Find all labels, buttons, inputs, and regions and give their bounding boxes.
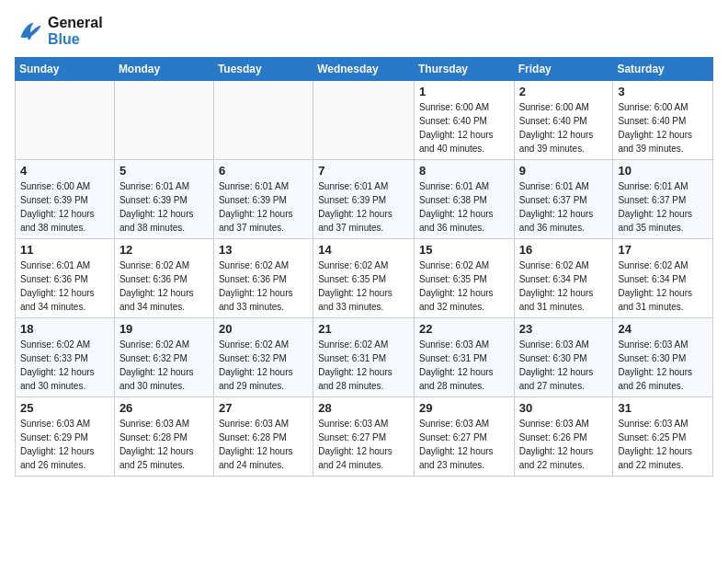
calendar-day-cell: 23Sunrise: 6:03 AM Sunset: 6:30 PM Dayli… — [514, 318, 613, 397]
day-number: 19 — [119, 322, 209, 336]
calendar-day-cell: 25Sunrise: 6:03 AM Sunset: 6:29 PM Dayli… — [16, 397, 115, 477]
calendar-day-cell — [313, 81, 415, 160]
calendar-day-cell: 2Sunrise: 6:00 AM Sunset: 6:40 PM Daylig… — [514, 81, 613, 160]
day-number: 11 — [20, 243, 109, 257]
day-info: Sunrise: 6:01 AM Sunset: 6:37 PM Dayligh… — [519, 179, 609, 235]
day-info: Sunrise: 6:03 AM Sunset: 6:30 PM Dayligh… — [618, 338, 708, 393]
day-info: Sunrise: 6:00 AM Sunset: 6:39 PM Dayligh… — [20, 179, 109, 235]
day-info: Sunrise: 6:02 AM Sunset: 6:35 PM Dayligh… — [419, 259, 509, 314]
day-info: Sunrise: 6:01 AM Sunset: 6:37 PM Dayligh… — [618, 179, 708, 235]
day-info: Sunrise: 6:01 AM Sunset: 6:38 PM Dayligh… — [419, 179, 509, 235]
calendar-day-cell — [114, 81, 213, 160]
day-info: Sunrise: 6:03 AM Sunset: 6:30 PM Dayligh… — [519, 338, 609, 393]
calendar-body: 1Sunrise: 6:00 AM Sunset: 6:40 PM Daylig… — [16, 81, 713, 477]
calendar-day-cell: 19Sunrise: 6:02 AM Sunset: 6:32 PM Dayli… — [114, 318, 213, 397]
calendar-day-cell: 3Sunrise: 6:00 AM Sunset: 6:40 PM Daylig… — [613, 81, 713, 160]
day-info: Sunrise: 6:00 AM Sunset: 6:40 PM Dayligh… — [519, 100, 609, 155]
calendar-week-row: 1Sunrise: 6:00 AM Sunset: 6:40 PM Daylig… — [16, 81, 713, 160]
day-number: 3 — [618, 85, 708, 98]
weekday-header-cell: Thursday — [414, 58, 514, 81]
calendar-day-cell: 4Sunrise: 6:00 AM Sunset: 6:39 PM Daylig… — [16, 160, 115, 239]
day-number: 31 — [618, 401, 708, 415]
day-number: 17 — [618, 243, 708, 257]
day-info: Sunrise: 6:02 AM Sunset: 6:32 PM Dayligh… — [219, 338, 308, 393]
calendar-day-cell: 11Sunrise: 6:01 AM Sunset: 6:36 PM Dayli… — [16, 239, 115, 318]
day-number: 8 — [419, 164, 509, 178]
weekday-header-cell: Monday — [114, 58, 213, 81]
logo-icon — [15, 17, 44, 46]
calendar-day-cell: 5Sunrise: 6:01 AM Sunset: 6:39 PM Daylig… — [114, 160, 213, 239]
day-number: 6 — [219, 164, 308, 178]
day-info: Sunrise: 6:03 AM Sunset: 6:28 PM Dayligh… — [119, 417, 209, 472]
day-number: 5 — [119, 164, 209, 178]
day-number: 20 — [219, 322, 308, 336]
day-number: 4 — [20, 164, 109, 178]
calendar-day-cell: 13Sunrise: 6:02 AM Sunset: 6:36 PM Dayli… — [213, 239, 313, 318]
calendar-day-cell: 15Sunrise: 6:02 AM Sunset: 6:35 PM Dayli… — [414, 239, 514, 318]
day-number: 16 — [519, 243, 609, 257]
day-info: Sunrise: 6:02 AM Sunset: 6:32 PM Dayligh… — [119, 338, 209, 393]
calendar-day-cell: 9Sunrise: 6:01 AM Sunset: 6:37 PM Daylig… — [514, 160, 613, 239]
weekday-header-cell: Wednesday — [313, 58, 415, 81]
day-info: Sunrise: 6:02 AM Sunset: 6:36 PM Dayligh… — [119, 259, 209, 314]
day-info: Sunrise: 6:03 AM Sunset: 6:27 PM Dayligh… — [318, 417, 409, 472]
day-number: 14 — [318, 243, 409, 257]
day-info: Sunrise: 6:02 AM Sunset: 6:31 PM Dayligh… — [318, 338, 409, 393]
calendar-day-cell: 22Sunrise: 6:03 AM Sunset: 6:31 PM Dayli… — [414, 318, 514, 397]
weekday-header-cell: Friday — [514, 58, 613, 81]
day-number: 15 — [419, 243, 509, 257]
day-number: 27 — [219, 401, 308, 415]
day-info: Sunrise: 6:03 AM Sunset: 6:28 PM Dayligh… — [219, 417, 308, 472]
calendar-day-cell — [213, 81, 313, 160]
day-number: 1 — [419, 85, 509, 98]
calendar-day-cell: 12Sunrise: 6:02 AM Sunset: 6:36 PM Dayli… — [114, 239, 213, 318]
day-info: Sunrise: 6:03 AM Sunset: 6:26 PM Dayligh… — [519, 417, 609, 472]
day-info: Sunrise: 6:01 AM Sunset: 6:39 PM Dayligh… — [219, 179, 308, 235]
calendar-day-cell: 21Sunrise: 6:02 AM Sunset: 6:31 PM Dayli… — [313, 318, 415, 397]
day-info: Sunrise: 6:02 AM Sunset: 6:33 PM Dayligh… — [20, 338, 109, 393]
day-number: 28 — [318, 401, 409, 415]
weekday-header-cell: Sunday — [16, 58, 115, 81]
weekday-header-row: SundayMondayTuesdayWednesdayThursdayFrid… — [16, 58, 713, 81]
day-number: 13 — [219, 243, 308, 257]
day-number: 10 — [618, 164, 708, 178]
calendar-day-cell: 30Sunrise: 6:03 AM Sunset: 6:26 PM Dayli… — [514, 397, 613, 477]
day-number: 25 — [20, 401, 109, 415]
day-number: 12 — [119, 243, 209, 257]
calendar-day-cell: 1Sunrise: 6:00 AM Sunset: 6:40 PM Daylig… — [414, 81, 514, 160]
day-info: Sunrise: 6:03 AM Sunset: 6:29 PM Dayligh… — [20, 417, 109, 472]
day-info: Sunrise: 6:03 AM Sunset: 6:27 PM Dayligh… — [419, 417, 509, 472]
calendar-day-cell: 8Sunrise: 6:01 AM Sunset: 6:38 PM Daylig… — [414, 160, 514, 239]
weekday-header-cell: Saturday — [613, 58, 713, 81]
day-number: 30 — [519, 401, 609, 415]
day-info: Sunrise: 6:00 AM Sunset: 6:40 PM Dayligh… — [419, 100, 509, 155]
calendar-day-cell: 16Sunrise: 6:02 AM Sunset: 6:34 PM Dayli… — [514, 239, 613, 318]
calendar-day-cell: 31Sunrise: 6:03 AM Sunset: 6:25 PM Dayli… — [613, 397, 713, 477]
calendar-day-cell — [16, 81, 115, 160]
logo-text: General Blue — [48, 15, 103, 48]
calendar-day-cell: 28Sunrise: 6:03 AM Sunset: 6:27 PM Dayli… — [313, 397, 415, 477]
day-number: 23 — [519, 322, 609, 336]
calendar-week-row: 11Sunrise: 6:01 AM Sunset: 6:36 PM Dayli… — [16, 239, 713, 318]
day-number: 24 — [618, 322, 708, 336]
calendar-day-cell: 17Sunrise: 6:02 AM Sunset: 6:34 PM Dayli… — [613, 239, 713, 318]
day-info: Sunrise: 6:03 AM Sunset: 6:25 PM Dayligh… — [618, 417, 708, 472]
logo: General Blue — [15, 15, 103, 48]
calendar-day-cell: 24Sunrise: 6:03 AM Sunset: 6:30 PM Dayli… — [613, 318, 713, 397]
day-info: Sunrise: 6:01 AM Sunset: 6:39 PM Dayligh… — [119, 179, 209, 235]
calendar-day-cell: 14Sunrise: 6:02 AM Sunset: 6:35 PM Dayli… — [313, 239, 415, 318]
day-number: 29 — [419, 401, 509, 415]
calendar-week-row: 18Sunrise: 6:02 AM Sunset: 6:33 PM Dayli… — [16, 318, 713, 397]
calendar-week-row: 25Sunrise: 6:03 AM Sunset: 6:29 PM Dayli… — [16, 397, 713, 477]
calendar-day-cell: 18Sunrise: 6:02 AM Sunset: 6:33 PM Dayli… — [16, 318, 115, 397]
calendar-week-row: 4Sunrise: 6:00 AM Sunset: 6:39 PM Daylig… — [16, 160, 713, 239]
calendar-day-cell: 7Sunrise: 6:01 AM Sunset: 6:39 PM Daylig… — [313, 160, 415, 239]
day-number: 7 — [318, 164, 409, 178]
calendar-day-cell: 6Sunrise: 6:01 AM Sunset: 6:39 PM Daylig… — [213, 160, 313, 239]
page-header: General Blue — [15, 15, 713, 48]
calendar-table: SundayMondayTuesdayWednesdayThursdayFrid… — [15, 57, 713, 477]
day-number: 22 — [419, 322, 509, 336]
day-info: Sunrise: 6:02 AM Sunset: 6:34 PM Dayligh… — [519, 259, 609, 314]
day-number: 2 — [519, 85, 609, 98]
day-info: Sunrise: 6:02 AM Sunset: 6:35 PM Dayligh… — [318, 259, 409, 314]
